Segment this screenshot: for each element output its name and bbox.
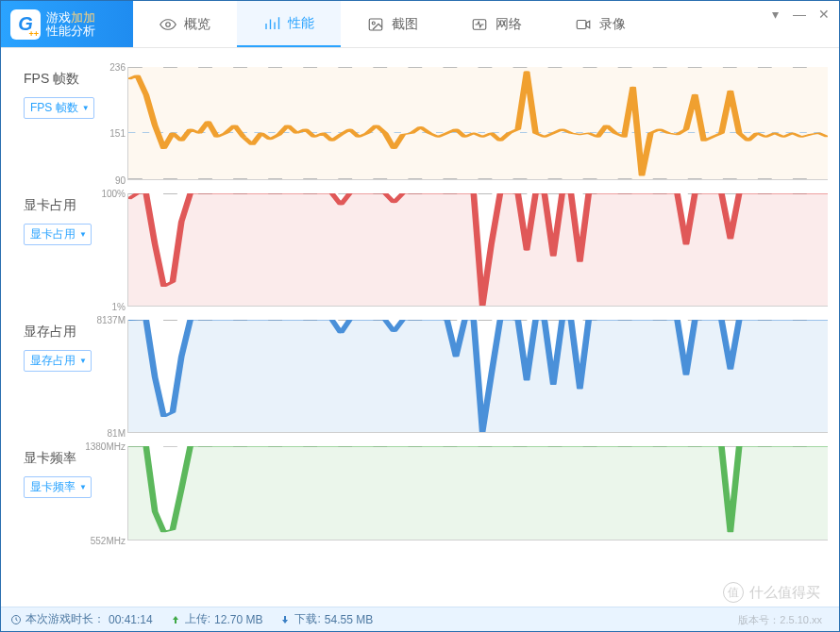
row-vram: 显存占用 显存占用 8137M 81M (24, 320, 828, 433)
tab-record-label: 录像 (599, 16, 626, 33)
download-label: 下载: (294, 611, 320, 627)
tab-performance-label: 性能 (288, 15, 314, 32)
tab-performance[interactable]: 性能 (237, 1, 341, 47)
upload-value: 12.70 MB (214, 613, 262, 626)
fps-y-bot: 90 (115, 175, 126, 186)
version-label: 版本号：2.5.10.xx (738, 613, 822, 627)
gpu-clock-dropdown-label: 显卡频率 (30, 479, 76, 495)
fps-y-top: 236 (109, 62, 126, 73)
svg-rect-4 (577, 20, 586, 28)
svg-rect-1 (369, 19, 382, 30)
vram-y-bot: 81M (108, 428, 126, 439)
eye-icon (160, 16, 176, 33)
vram-plot (127, 320, 828, 433)
duration-label: 本次游戏时长： (25, 611, 105, 627)
vram-dropdown[interactable]: 显存占用 (24, 350, 92, 372)
download-value: 54.55 MB (325, 613, 373, 626)
vram-chart-wrap: 8137M 81M (127, 320, 828, 433)
fps-y-mid: 151 (109, 127, 126, 138)
logo-line2: 性能分析 (46, 25, 95, 38)
gpu-clock-ylabels: 1380MHz 552MHz (93, 446, 126, 541)
gpu-usage-plot (127, 193, 828, 307)
gpu-usage-ylabels: 100% 1% (93, 193, 126, 307)
activity-icon (471, 16, 488, 33)
logo-text: 游戏加加 性能分析 (46, 11, 95, 38)
video-icon (575, 16, 592, 33)
vram-dropdown-label: 显存占用 (30, 353, 76, 369)
gpu-usage-dropdown-label: 显卡占用 (30, 226, 76, 242)
logo-icon: G (10, 9, 41, 40)
tab-screenshot[interactable]: 截图 (341, 1, 445, 47)
gpu-clock-plot (127, 446, 828, 541)
duration-value: 00:41:14 (109, 613, 153, 626)
minimize-button[interactable]: — (792, 7, 807, 22)
tab-network-label: 网络 (496, 16, 522, 33)
status-download: 下载: 54.55 MB (279, 611, 373, 627)
gpu-usage-dropdown[interactable]: 显卡占用 (24, 224, 92, 245)
status-upload: 上传: 12.70 MB (170, 611, 263, 627)
app-window: G 游戏加加 性能分析 概览 性能 截图 网络 (0, 0, 840, 632)
fps-ylabels: 236 151 90 (93, 67, 126, 180)
gpu-clock-y-bot: 552MHz (91, 536, 126, 546)
down-arrow-icon (279, 614, 291, 625)
app-logo: G 游戏加加 性能分析 (1, 1, 133, 47)
gpu-clock-dropdown[interactable]: 显卡频率 (24, 476, 92, 498)
svg-point-0 (166, 22, 171, 26)
fps-chart-wrap: 236 151 90 (127, 67, 828, 180)
row-fps: FPS 帧数 FPS 帧数 236 151 90 (24, 67, 828, 180)
up-arrow-icon (170, 614, 181, 625)
titlebar: G 游戏加加 性能分析 概览 性能 截图 网络 (1, 1, 839, 48)
gpu-usage-chart-wrap: 100% 1% (127, 193, 828, 307)
gpu-usage-y-bot: 1% (112, 302, 126, 312)
settings-icon[interactable]: ▾ (767, 7, 782, 22)
gpu-usage-y-top: 100% (101, 189, 126, 199)
content-area[interactable]: FPS 帧数 FPS 帧数 236 151 90 显卡占用 显卡占用 (1, 48, 839, 607)
logo-line1b: 加加 (71, 10, 95, 25)
vram-y-top: 8137M (96, 315, 126, 325)
status-duration: 本次游戏时长： 00:41:14 (10, 611, 153, 627)
fps-dropdown[interactable]: FPS 帧数 (24, 97, 94, 119)
tab-overview[interactable]: 概览 (133, 1, 237, 47)
clock-icon (10, 614, 22, 625)
tab-screenshot-label: 截图 (392, 16, 418, 33)
fps-plot (127, 67, 828, 180)
status-bar: 本次游戏时长： 00:41:14 上传: 12.70 MB 下载: 54.55 … (1, 607, 839, 631)
image-icon (367, 16, 384, 33)
row-gpu-clock: 显卡频率 显卡频率 1380MHz 552MHz (24, 446, 828, 541)
upload-label: 上传: (185, 611, 210, 627)
logo-line1a: 游戏 (46, 10, 71, 25)
tab-overview-label: 概览 (184, 16, 210, 33)
tab-network[interactable]: 网络 (445, 1, 548, 47)
bars-icon (263, 15, 280, 32)
vram-ylabels: 8137M 81M (93, 320, 126, 433)
close-button[interactable]: ✕ (816, 7, 832, 22)
fps-dropdown-label: FPS 帧数 (30, 100, 78, 116)
gpu-clock-y-top: 1380MHz (85, 441, 126, 452)
tab-record[interactable]: 录像 (548, 1, 652, 47)
window-controls: ▾ — ✕ (767, 7, 832, 22)
row-gpu-usage: 显卡占用 显卡占用 100% 1% (24, 193, 828, 307)
svg-point-2 (372, 22, 375, 25)
gpu-clock-chart-wrap: 1380MHz 552MHz (127, 446, 828, 541)
tab-bar: 概览 性能 截图 网络 录像 (133, 1, 839, 47)
